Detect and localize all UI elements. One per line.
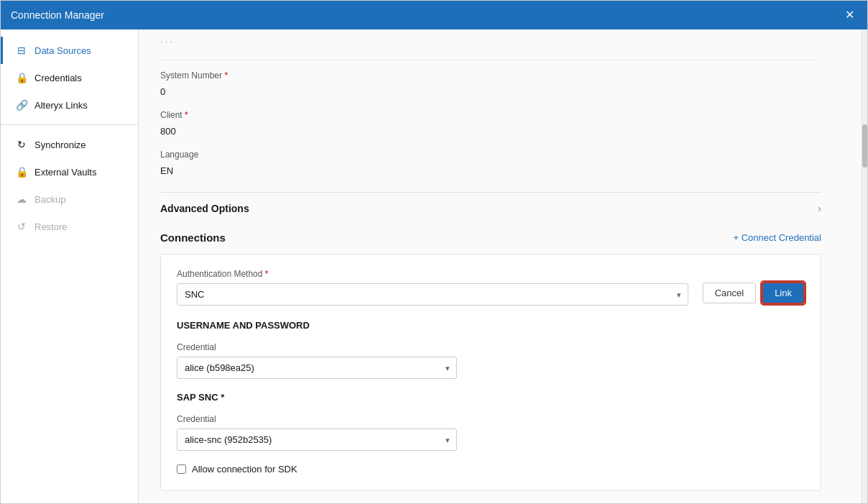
connections-title: Connections [160, 232, 226, 244]
sidebar-item-label: Restore [34, 221, 68, 232]
advanced-options-row[interactable]: Advanced Options › [160, 192, 821, 224]
credential-label-1: Credential [177, 342, 805, 352]
title-bar: Connection Manager ✕ [1, 1, 867, 29]
auth-method-select[interactable]: SNC Username and Password Kerberos [177, 283, 688, 306]
required-marker: * [224, 70, 228, 81]
username-password-title: USERNAME AND PASSWORD [177, 320, 805, 331]
link-icon: 🔗 [16, 99, 27, 111]
credential-group-2: Credential alice-snc (952b2535) Other cr… [177, 414, 805, 451]
restore-icon: ↺ [16, 221, 27, 232]
sidebar-divider [1, 124, 138, 125]
system-number-field: System Number * 0 [160, 70, 821, 100]
client-field: Client * 800 [160, 110, 821, 139]
sidebar: ⊟ Data Sources 🔒 Credentials 🔗 Alteryx L… [1, 29, 139, 503]
window-title: Connection Manager [11, 9, 104, 21]
client-value: 800 [160, 123, 821, 139]
credential-card: Authentication Method * SNC Username and… [160, 254, 821, 491]
credential-label-2: Credential [177, 414, 805, 424]
allow-sdk-checkbox[interactable] [177, 464, 186, 474]
language-value: EN [160, 162, 821, 179]
cancel-button[interactable]: Cancel [703, 283, 756, 303]
credential-group-1: Credential alice (b598ea25) Other creden… [177, 342, 805, 379]
sidebar-item-label: Alteryx Links [34, 100, 88, 111]
client-label: Client * [160, 110, 821, 120]
sidebar-item-data-sources[interactable]: ⊟ Data Sources [1, 37, 138, 64]
sidebar-item-label: Data Sources [34, 45, 91, 56]
chevron-right-icon: › [818, 203, 821, 214]
auth-method-row: Authentication Method * SNC Username and… [177, 269, 805, 306]
sidebar-item-credentials[interactable]: 🔒 Credentials [1, 64, 138, 91]
auth-method-label: Authentication Method * [177, 269, 688, 279]
lock-icon: 🔒 [16, 72, 27, 83]
truncated-top: · · · [160, 37, 821, 60]
allow-sdk-row: Allow connection for SDK [177, 464, 805, 475]
vault-icon: 🔒 [16, 166, 27, 178]
auth-method-select-wrapper: SNC Username and Password Kerberos ▾ [177, 283, 688, 306]
sync-icon: ↻ [16, 139, 27, 150]
auth-method-left: Authentication Method * SNC Username and… [177, 269, 688, 306]
sap-snc-title: SAP SNC * [177, 392, 805, 403]
main-content: · · · System Number * 0 Client * 800 [139, 29, 862, 503]
credential-select-wrapper-2: alice-snc (952b2535) Other credential ▾ [177, 429, 457, 451]
auth-buttons: Cancel Link [703, 282, 805, 306]
close-button[interactable]: ✕ [842, 8, 857, 22]
scrollbar[interactable] [862, 29, 867, 503]
sidebar-item-external-vaults[interactable]: 🔒 External Vaults [1, 158, 138, 185]
username-password-section: USERNAME AND PASSWORD Credential alice (… [177, 320, 805, 379]
advanced-options-label: Advanced Options [160, 203, 249, 214]
sap-snc-section: SAP SNC * Credential alice-snc (952b2535… [177, 392, 805, 451]
sidebar-item-alteryx-links[interactable]: 🔗 Alteryx Links [1, 91, 138, 119]
sidebar-item-backup: ☁ Backup [1, 185, 138, 213]
system-number-label: System Number * [160, 70, 821, 81]
language-label: Language [160, 150, 821, 160]
backup-icon: ☁ [16, 193, 27, 205]
language-field: Language EN [160, 150, 821, 179]
allow-sdk-label: Allow connection for SDK [192, 464, 297, 475]
sidebar-item-label: Synchronize [34, 139, 86, 150]
credential-select-wrapper-1: alice (b598ea25) Other credential ▾ [177, 357, 457, 379]
credential-select-1[interactable]: alice (b598ea25) Other credential [177, 357, 457, 379]
sidebar-item-synchronize[interactable]: ↻ Synchronize [1, 131, 138, 158]
sidebar-item-label: Backup [34, 194, 65, 205]
connections-header: Connections + Connect Credential [160, 232, 821, 244]
sidebar-item-restore: ↺ Restore [1, 213, 138, 240]
required-marker: * [265, 269, 269, 279]
sidebar-item-label: External Vaults [34, 167, 96, 178]
sidebar-item-label: Credentials [34, 73, 82, 83]
connect-credential-button[interactable]: + Connect Credential [734, 232, 822, 243]
credential-select-2[interactable]: alice-snc (952b2535) Other credential [177, 429, 457, 451]
required-marker: * [185, 110, 188, 120]
database-icon: ⊟ [16, 45, 27, 56]
system-number-value: 0 [160, 83, 821, 100]
scrollbar-thumb [862, 124, 867, 168]
link-button[interactable]: Link [762, 282, 805, 304]
